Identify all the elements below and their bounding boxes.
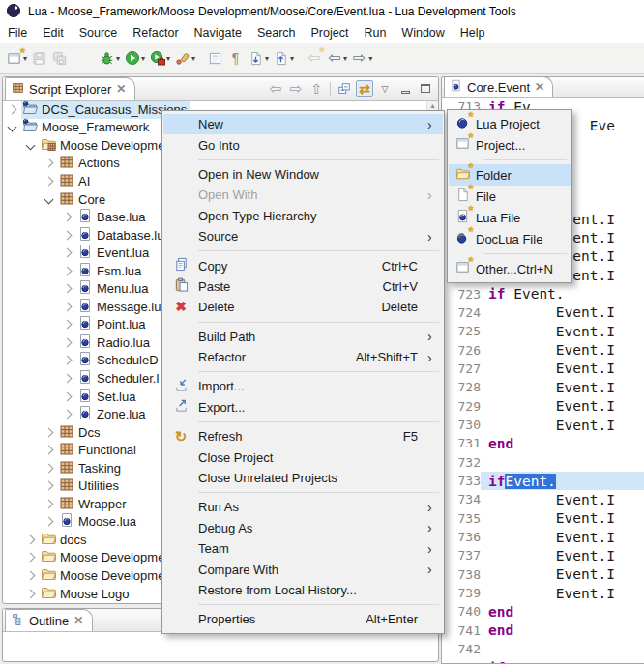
previous-annotation-button[interactable]: ▾: [271, 46, 296, 70]
code-text[interactable]: Event.I: [481, 509, 644, 528]
code-line[interactable]: 743 if Event.ta: [442, 658, 644, 663]
expand-chevron-icon[interactable]: [63, 337, 73, 347]
context-menu-item-open-with[interactable]: Open With›: [163, 185, 443, 205]
menu-file[interactable]: File: [0, 24, 35, 42]
expand-chevron-icon[interactable]: [63, 356, 73, 365]
debug-button[interactable]: ▾: [97, 46, 122, 70]
code-line[interactable]: 736 Event.I: [442, 528, 644, 546]
line-number[interactable]: 734: [442, 492, 481, 506]
context-menu-item-build-path[interactable]: Build Path›: [163, 327, 443, 347]
line-number[interactable]: 723: [442, 287, 481, 302]
context-menu-item-close-unrelated-projects[interactable]: Close Unrelated Projects: [163, 468, 443, 488]
context-menu-item-properties[interactable]: PropertiesAlt+Enter: [163, 609, 443, 629]
back-icon[interactable]: ⇦: [267, 80, 284, 97]
line-number[interactable]: 728: [442, 380, 481, 394]
code-text[interactable]: if Event.: [481, 284, 644, 303]
code-text[interactable]: Event.I: [481, 528, 644, 546]
code-text[interactable]: end: [481, 621, 644, 640]
code-line[interactable]: 728 Event.I: [442, 378, 644, 396]
line-number[interactable]: 742: [442, 642, 481, 656]
menu-refactor[interactable]: Refactor: [125, 24, 186, 42]
code-text[interactable]: Event.I: [481, 397, 644, 416]
dropdown-arrow-icon[interactable]: ▾: [368, 54, 372, 63]
expand-chevron-icon[interactable]: [63, 230, 73, 240]
menu-navigate[interactable]: Navigate: [187, 24, 249, 42]
dropdown-arrow-icon[interactable]: ▾: [141, 54, 145, 63]
code-text[interactable]: Event.I: [481, 416, 644, 434]
expand-chevron-icon[interactable]: [44, 177, 54, 187]
context-menu-item-refactor[interactable]: RefactorAlt+Shift+T›: [163, 347, 443, 367]
next-annotation-button[interactable]: ▾: [246, 46, 271, 70]
code-line[interactable]: 725 Event.I: [442, 322, 644, 340]
menu-source[interactable]: Source: [72, 24, 126, 42]
code-line[interactable]: 731 end: [442, 434, 644, 452]
tab-script-explorer[interactable]: Script Explorer ✕: [5, 77, 135, 100]
context-menu-item-source[interactable]: Source›: [163, 226, 443, 246]
code-text[interactable]: end: [481, 602, 644, 621]
code-line[interactable]: 727 Event.I: [442, 360, 644, 378]
collapse-all-icon[interactable]: [336, 80, 353, 97]
dropdown-arrow-icon[interactable]: ▾: [343, 54, 347, 63]
context-menu-item-new[interactable]: New›: [163, 114, 443, 134]
line-number[interactable]: 741: [442, 623, 481, 638]
expand-chevron-icon[interactable]: [44, 427, 54, 437]
new-submenu-item-project[interactable]: ★Project...: [449, 134, 571, 156]
close-icon[interactable]: ✕: [116, 83, 126, 95]
line-number[interactable]: 738: [442, 567, 481, 582]
code-line[interactable]: 734 Event.I: [442, 490, 644, 508]
expand-chevron-icon[interactable]: [63, 248, 73, 258]
code-text[interactable]: if Event.ta: [481, 658, 644, 663]
code-line[interactable]: 739 Event.I: [442, 584, 644, 602]
expand-chevron-icon[interactable]: [26, 553, 36, 563]
line-number[interactable]: 733: [442, 474, 481, 488]
line-number[interactable]: 727: [442, 361, 481, 376]
code-text[interactable]: Event.I: [481, 340, 644, 359]
code-text[interactable]: end: [481, 434, 644, 452]
menu-project[interactable]: Project: [304, 24, 357, 42]
context-menu-item-open-type-hierarchy[interactable]: Open Type Hierarchy: [163, 206, 443, 226]
expand-chevron-icon[interactable]: [44, 159, 54, 168]
code-text[interactable]: [481, 640, 644, 658]
run-button[interactable]: ▾: [122, 46, 147, 70]
link-with-editor-icon[interactable]: ⇄: [356, 80, 373, 97]
code-text[interactable]: Event.I: [481, 565, 644, 584]
line-number[interactable]: 737: [442, 548, 481, 563]
code-text[interactable]: Event.I: [481, 303, 644, 322]
line-number[interactable]: 730: [442, 418, 481, 432]
code-line[interactable]: 733 if Event.: [442, 472, 644, 490]
expand-chevron-icon[interactable]: [44, 446, 54, 455]
maximize-icon[interactable]: [417, 80, 434, 97]
last-edit-location-button[interactable]: ⇦★: [304, 46, 324, 70]
code-text[interactable]: Event.I: [481, 584, 644, 602]
line-number[interactable]: 725: [442, 324, 481, 338]
save-button[interactable]: [29, 46, 49, 70]
tab-core-event[interactable]: Core.Event ✕: [444, 76, 553, 97]
line-number[interactable]: 729: [442, 399, 481, 414]
menu-edit[interactable]: Edit: [35, 24, 72, 42]
code-line[interactable]: 723 if Event.: [442, 284, 644, 303]
expand-chevron-icon[interactable]: [44, 517, 54, 527]
expand-chevron-icon[interactable]: [63, 266, 73, 275]
expand-chevron-icon[interactable]: [44, 194, 54, 204]
code-text[interactable]: [481, 453, 644, 472]
external-tools-button[interactable]: ▾: [172, 46, 197, 70]
code-text[interactable]: Event.I: [481, 322, 644, 340]
save-all-button[interactable]: [49, 46, 70, 70]
code-line[interactable]: 730 Event.I: [442, 416, 644, 434]
context-menu-item-go-into[interactable]: Go Into: [163, 134, 443, 155]
expand-chevron-icon[interactable]: [63, 320, 73, 330]
show-whitespace-button[interactable]: ¶: [225, 46, 246, 70]
code-text[interactable]: Event.I: [481, 546, 644, 564]
code-line[interactable]: 740 end: [442, 602, 644, 621]
context-menu-item-import[interactable]: Import...: [163, 376, 443, 396]
code-text[interactable]: Event.I: [481, 378, 644, 396]
context-menu-item-paste[interactable]: PasteCtrl+V: [163, 276, 443, 297]
expand-chevron-icon[interactable]: [63, 391, 73, 401]
context-menu-item-run-as[interactable]: Run As›: [163, 497, 443, 517]
forward-icon[interactable]: ⇨: [287, 80, 305, 97]
dropdown-arrow-icon[interactable]: ▾: [191, 54, 195, 63]
context-menu-item-delete[interactable]: ✖DeleteDelete: [163, 297, 443, 317]
line-number[interactable]: 726: [442, 343, 481, 358]
menu-help[interactable]: Help: [453, 24, 493, 42]
new-submenu-item-doclua-file[interactable]: @★DocLua File: [449, 228, 571, 249]
